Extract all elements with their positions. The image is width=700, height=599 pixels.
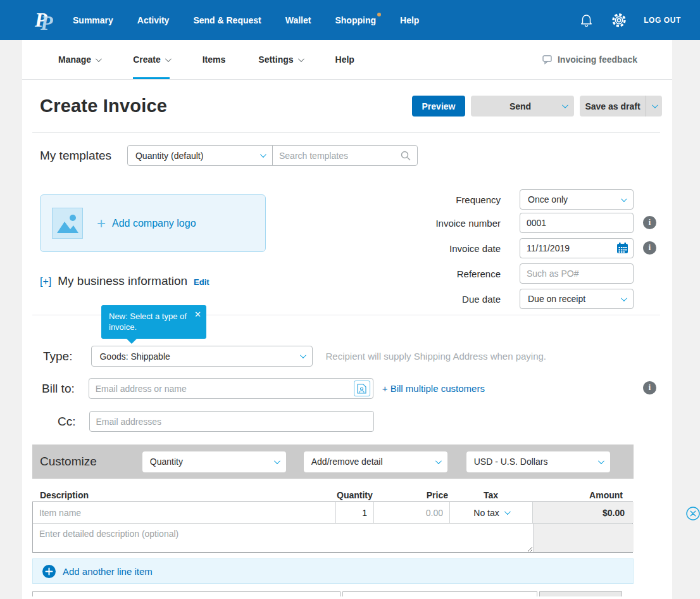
item-price-input[interactable] [374, 502, 449, 523]
invoicing-feedback-link[interactable]: Invoicing feedback [542, 54, 637, 65]
search-icon[interactable] [401, 151, 411, 161]
chevron-down-icon [96, 56, 102, 62]
gear-icon[interactable] [611, 12, 627, 28]
bill-to-input[interactable] [89, 378, 373, 399]
business-info-row: [+] My business information Edit [40, 274, 209, 288]
tax-header: Tax [449, 490, 532, 500]
chevron-down-icon [652, 102, 658, 108]
notes-box-edge [32, 591, 341, 596]
topnav-wallet[interactable]: Wallet [285, 15, 311, 25]
tooltip-tail [127, 339, 137, 344]
invoice-number-row: Invoice number [401, 213, 634, 233]
chevron-down-icon [274, 458, 280, 464]
item-amount-value: $0.00 [603, 508, 625, 518]
item-name-input[interactable] [33, 502, 335, 523]
bell-icon[interactable] [578, 12, 594, 28]
subnav-manage[interactable]: Manage [58, 40, 100, 79]
expand-icon[interactable]: [+] [40, 276, 51, 287]
due-date-select[interactable]: Due on receipt [520, 289, 634, 309]
subnav-create[interactable]: Create [133, 40, 170, 79]
image-placeholder-icon [52, 208, 83, 239]
topnav-shopping[interactable]: Shopping [335, 15, 376, 25]
item-tax-select[interactable]: No tax [450, 502, 533, 523]
draft-options-toggle[interactable] [646, 96, 662, 117]
bill-multiple-customers-link[interactable]: + Bill multiple customers [382, 383, 485, 394]
address-book-icon[interactable] [354, 381, 370, 396]
amount-header: Amount [532, 490, 633, 500]
invoicing-subnav: Manage Create Items Settings Help Invoic… [22, 40, 672, 80]
add-company-logo-button[interactable]: + Add company logo [40, 194, 266, 252]
frequency-row: Frequency Once only [401, 189, 634, 210]
topnav-links: Summary Activity Send & Request Wallet S… [73, 15, 419, 25]
template-search-input[interactable] [279, 151, 401, 161]
page-header: Create Invoice Preview Send Save as draf… [22, 80, 672, 132]
send-button[interactable]: Send [471, 96, 574, 117]
invoice-type-select[interactable]: Goods: Shippable [91, 346, 313, 367]
preview-button[interactable]: Preview [412, 96, 465, 117]
item-quantity-cell [336, 502, 374, 523]
amount-cell-extension [533, 524, 634, 552]
subnav-settings[interactable]: Settings [258, 40, 302, 79]
chevron-down-icon [300, 352, 306, 358]
invoice-date-row: Invoice date [401, 238, 634, 258]
new-feature-tooltip: New: Select a type of invoice. ✕ [101, 305, 206, 339]
description-header: Description [32, 490, 335, 500]
template-select[interactable]: Quantity (default) [127, 145, 273, 166]
chevron-down-icon [621, 295, 627, 301]
calendar-icon[interactable] [616, 242, 628, 256]
quantity-header: Quantity [335, 490, 373, 500]
reference-row: Reference [401, 263, 634, 284]
cc-row: Cc: [58, 411, 374, 432]
add-line-item-button[interactable]: Add another line item [32, 558, 634, 584]
frequency-select[interactable]: Once only [520, 189, 634, 210]
template-search [272, 145, 418, 166]
topnav-summary[interactable]: Summary [73, 15, 113, 25]
add-logo-label: Add company logo [112, 218, 196, 229]
invoice-page-card: Manage Create Items Settings Help Invoic… [22, 40, 672, 599]
chevron-down-icon [165, 56, 172, 62]
currency-select[interactable]: USD - U.S. Dollars [466, 451, 610, 472]
delete-line-item-icon[interactable] [685, 506, 700, 524]
chevron-down-icon [435, 458, 442, 464]
add-remove-detail-select[interactable]: Add/remove detail [304, 451, 447, 472]
due-date-row: Due date Due on receipt [401, 289, 634, 309]
customize-label: Customize [40, 455, 97, 469]
bill-to-info-icon[interactable]: i [643, 381, 656, 394]
subnav-help[interactable]: Help [335, 40, 354, 79]
business-info-label: My business information [58, 274, 187, 288]
line-items-header: Description Quantity Price Tax Amount [32, 490, 633, 500]
top-navigation: PP Summary Activity Send & Request Walle… [0, 0, 700, 40]
reference-input[interactable] [520, 263, 634, 284]
item-quantity-input[interactable] [336, 502, 373, 523]
line-item-row: No tax $0.00 [22, 501, 672, 553]
templates-section: My templates Quantity (default) [22, 145, 672, 166]
invoice-number-info-icon[interactable]: i [643, 216, 656, 229]
edit-business-info-link[interactable]: Edit [194, 277, 209, 287]
invoice-date-info-icon[interactable]: i [643, 241, 656, 255]
topnav-activity[interactable]: Activity [137, 15, 170, 25]
paypal-logo[interactable]: PP [35, 8, 56, 32]
cc-input[interactable] [89, 411, 374, 432]
chevron-down-icon [562, 102, 568, 108]
chevron-down-icon [297, 56, 304, 62]
bill-to-label: Bill to: [42, 382, 75, 396]
topnav-help[interactable]: Help [400, 15, 419, 25]
subnav-items[interactable]: Items [203, 40, 226, 79]
save-as-draft-button[interactable]: Save as draft [580, 96, 662, 117]
chevron-down-icon [598, 458, 604, 464]
item-amount-cell: $0.00 [533, 502, 634, 523]
bill-to-row: Bill to: + Bill multiple customers [42, 378, 485, 399]
item-description-textarea[interactable] [33, 524, 533, 552]
invoice-number-input[interactable] [520, 213, 634, 233]
logout-button[interactable]: LOG OUT [644, 16, 681, 25]
plus-icon: + [97, 215, 106, 232]
column-preset-select[interactable]: Quantity [142, 451, 286, 472]
plus-circle-icon [42, 565, 56, 578]
total-box-edge [539, 591, 622, 596]
price-header: Price [373, 490, 449, 500]
invoice-details-section: + Add company logo Frequency Once only I… [22, 166, 672, 436]
chevron-down-icon [621, 196, 627, 202]
chevron-down-icon [504, 508, 511, 515]
close-icon[interactable]: ✕ [194, 309, 201, 320]
topnav-send-request[interactable]: Send & Request [193, 15, 261, 25]
